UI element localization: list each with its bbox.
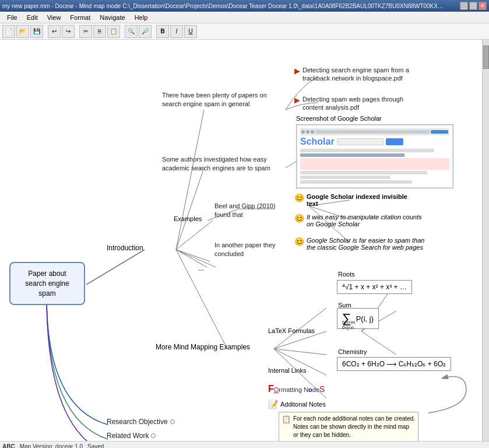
toolbar-undo[interactable]: ↩ (48, 25, 61, 38)
pdf1-text: Detecting search engine spam from a trac… (302, 66, 423, 83)
related-work-node[interactable]: Related Work (107, 432, 156, 440)
gs1-content: 😊 Google Scholar indexed invisible text (294, 193, 411, 207)
additional-notes-node[interactable]: 📝 Additonal Notes (268, 400, 326, 409)
menubar: File Edit View Format Navigate Help (0, 12, 489, 23)
latex-label: LaTeX Formulas (268, 327, 315, 334)
pdf1-item: ▶ Detecting search engine spam from a tr… (294, 66, 423, 83)
introduction-label: Introduction (107, 244, 143, 252)
gs3-content: 😊 Google Scholar is far easier to spam t… (294, 237, 434, 251)
another-paper-node[interactable]: In another paper they concluded (214, 241, 279, 259)
sum-formula-box: ∑ 0<i<m0<j<n P(i, j) (337, 308, 379, 329)
toolbar-paste[interactable]: 📋 (107, 25, 120, 38)
svg-line-3 (176, 220, 213, 250)
menu-help[interactable]: Help (130, 13, 153, 22)
toolbar-new[interactable]: 📄 (2, 25, 15, 38)
pdf2-item: ▶ Detecting spam web pages through conte… (294, 95, 423, 112)
notes-text-node[interactable]: 📋 For each node additional notes can be … (279, 412, 418, 441)
title-text: my new paper.mm - Docear - Mind map mode… (2, 3, 445, 9)
maximize-button[interactable]: □ (469, 2, 477, 10)
gs3-emoji: 😊 (294, 237, 304, 246)
research-objective-label: Research Objective (107, 418, 168, 426)
sum-sigma: ∑ 0<i<m0<j<n (342, 311, 351, 326)
screenshot-label-text: Screenshot of Google Scholar (296, 115, 382, 122)
gs3-node[interactable]: 😊 Google Scholar is far easier to spam t… (294, 237, 434, 251)
notes-icon: 📝 (268, 400, 278, 409)
saved-status: Saved (87, 443, 104, 448)
some-authors-text: Some authors investigated how easy acade… (162, 155, 279, 173)
gs1-text: Google Scholar indexed invisible text (307, 193, 411, 207)
ellipsis-node[interactable]: ... (198, 264, 204, 272)
minimize-button[interactable]: _ (460, 2, 468, 10)
examples-label: Examples (174, 215, 202, 222)
gs1-node[interactable]: 😊 Google Scholar indexed invisible text (294, 193, 411, 207)
central-node-box: Paper about search engine spam (9, 262, 85, 305)
scrollbar-thumb[interactable] (483, 46, 489, 69)
titlebar: my new paper.mm - Docear - Mind map mode… (0, 0, 489, 12)
related-work-dot (151, 433, 156, 438)
menu-view[interactable]: View (43, 13, 66, 22)
related-work-label: Related Work (107, 432, 149, 440)
svg-line-0 (86, 250, 145, 285)
toolbar-redo[interactable]: ↪ (62, 25, 75, 38)
research-objective-dot (170, 419, 175, 424)
svg-line-1 (176, 110, 204, 250)
toolbar-copy[interactable]: ⎘ (93, 25, 106, 38)
sum-body: P(i, j) (356, 314, 374, 323)
another-paper-text: In another paper they concluded (214, 241, 279, 259)
gs2-content: 😊 It was easy to manipulate citation cou… (294, 214, 423, 228)
toolbar-zoom-in[interactable]: 🔍 (125, 25, 138, 38)
toolbar-save[interactable]: 💾 (30, 25, 43, 38)
vertical-scrollbar[interactable] (482, 40, 489, 441)
pdf2-node[interactable]: ▶ Detecting spam web pages through conte… (294, 95, 423, 112)
there-have-been-node[interactable]: There have been plenty of papers on sear… (162, 91, 279, 109)
roots-formula-node[interactable]: ⁴√1 + x + x² + x³ + … (337, 280, 412, 294)
toolbar-open[interactable]: 📂 (16, 25, 29, 38)
chemistry-label-node[interactable]: Chemistry (338, 348, 367, 356)
examples-node[interactable]: Examples (174, 215, 202, 223)
toolbar-bold[interactable]: B (156, 25, 169, 38)
there-have-been-text: There have been plenty of papers on sear… (162, 91, 279, 109)
central-node[interactable]: Paper about search engine spam (9, 262, 85, 305)
some-authors-node[interactable]: Some authors investigated how easy acade… (162, 155, 279, 173)
research-objective-content: Research Objective (107, 418, 175, 426)
formatting-node[interactable]: FOrmatting NodeS (268, 384, 325, 394)
screenshot-thumbnail: Scholar (296, 124, 453, 188)
menu-edit[interactable]: Edit (22, 13, 43, 22)
toolbar-italic[interactable]: I (170, 25, 183, 38)
gs2-node[interactable]: 😊 It was easy to manipulate citation cou… (294, 214, 423, 228)
notes-text-content: For each node additional notes can be cr… (293, 415, 416, 439)
pdf1-node[interactable]: ▶ Detecting search engine spam from a tr… (294, 66, 423, 83)
related-work-content: Related Work (107, 432, 156, 440)
menu-file[interactable]: File (2, 13, 22, 22)
pdf2-text: Detecting spam web pages through content… (302, 95, 423, 112)
additional-notes-content: 📝 Additonal Notes (268, 400, 326, 409)
sum-formula-node[interactable]: ∑ 0<i<m0<j<n P(i, j) (337, 308, 379, 329)
ss-toolbar (300, 128, 449, 135)
roots-formula-box: ⁴√1 + x + x² + x³ + … (337, 280, 412, 294)
menu-format[interactable]: Format (65, 13, 95, 22)
beel-gipp-node[interactable]: Beel and Gipp (2010) found that (214, 202, 284, 220)
close-button[interactable]: ✕ (479, 2, 487, 10)
svg-line-2 (176, 168, 204, 250)
screenshot-label-node[interactable]: Screenshot of Google Scholar (296, 114, 382, 123)
abc-label: ABC (2, 443, 15, 448)
more-examples-node[interactable]: More Mind Mapping Examples (156, 343, 250, 351)
beel-gipp-text: Beel and Gipp (2010) found that (214, 202, 284, 220)
roots-label-node[interactable]: Roots (338, 270, 355, 278)
toolbar-underline[interactable]: U (184, 25, 197, 38)
toolbar-zoom-out[interactable]: 🔎 (139, 25, 152, 38)
toolbar-cut[interactable]: ✂ (79, 25, 92, 38)
toolbar: 📄 📂 💾 ↩ ↪ ✂ ⎘ 📋 🔍 🔎 B I U (0, 23, 489, 40)
latex-node[interactable]: LaTeX Formulas (268, 327, 315, 335)
introduction-node[interactable]: Introduction (107, 244, 143, 252)
gs1-emoji: 😊 (294, 193, 304, 202)
roots-label-text: Roots (338, 271, 355, 278)
pdf1-icon: ▶ (294, 66, 300, 76)
research-objective-node[interactable]: Research Objective (107, 418, 175, 426)
svg-line-4 (176, 250, 216, 267)
roots-formula-text: ⁴√1 + x + x² + x³ + … (342, 283, 407, 291)
chemistry-formula-text: 6CO₂ + 6H₂O ⟶ C₆H₁₂O₆ + 6O₂ (342, 360, 446, 368)
chemistry-formula-node[interactable]: 6CO₂ + 6H₂O ⟶ C₆H₁₂O₆ + 6O₂ (337, 357, 451, 371)
internal-links-node[interactable]: Internal Links (268, 366, 306, 374)
menu-navigate[interactable]: Navigate (95, 13, 129, 22)
